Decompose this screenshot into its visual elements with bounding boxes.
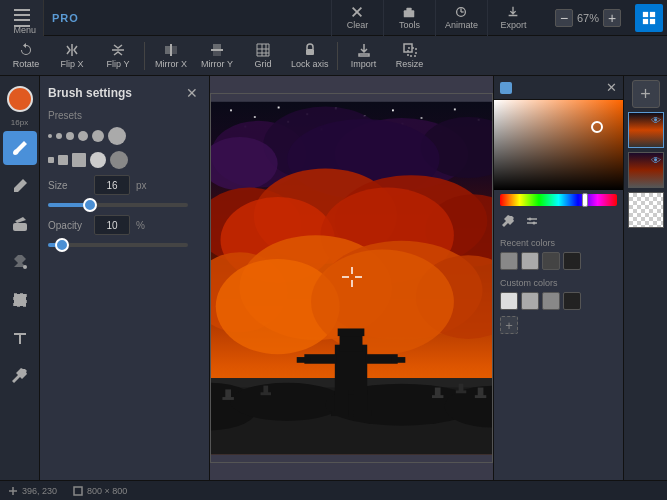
layer-2-thumb[interactable]: 👁 (628, 152, 664, 188)
size-unit: px (136, 180, 147, 191)
presets-row-2 (48, 151, 201, 169)
eyedropper-tool[interactable] (3, 359, 37, 393)
color-gradient-picker[interactable] (494, 100, 623, 190)
eye-icon-1: 👁 (651, 115, 661, 126)
svg-rect-66 (475, 395, 486, 398)
clear-button[interactable]: Clear (331, 0, 383, 36)
tools-button[interactable]: Tools (383, 0, 435, 36)
preset-sq-3[interactable] (72, 153, 86, 167)
menu-button[interactable]: Menu (0, 0, 44, 36)
preset-7[interactable] (90, 152, 106, 168)
import-button[interactable]: Import (342, 38, 386, 74)
toolbar: Rotate Flip X Flip Y Mirror X Mirror Y G… (0, 36, 667, 76)
left-sidebar: 16px (0, 76, 40, 480)
preset-2[interactable] (56, 133, 62, 139)
recent-color-4[interactable] (563, 252, 581, 270)
svg-rect-24 (392, 109, 394, 111)
layer-2-visibility[interactable]: 👁 (650, 154, 662, 166)
opacity-input[interactable] (94, 215, 130, 235)
add-layer-button[interactable]: + (632, 80, 660, 108)
select-tool[interactable] (3, 283, 37, 317)
resize-button[interactable]: Resize (388, 38, 432, 74)
recent-color-3[interactable] (542, 252, 560, 270)
eraser-tool[interactable] (3, 207, 37, 241)
svg-rect-60 (261, 392, 271, 395)
rotate-button[interactable]: Rotate (4, 38, 48, 74)
preset-6[interactable] (108, 127, 126, 145)
zoom-out-button[interactable]: − (555, 9, 573, 27)
sliders-color-icon[interactable] (524, 214, 540, 230)
hue-thumb[interactable] (582, 193, 588, 207)
grid-button[interactable]: Grid (241, 38, 285, 74)
preset-sq-2[interactable] (58, 155, 68, 165)
fill-tool[interactable] (3, 245, 37, 279)
color-picker-close[interactable]: ✕ (606, 80, 617, 95)
canvas-svg (211, 94, 492, 462)
preset-8[interactable] (110, 151, 128, 169)
windows-button[interactable] (635, 4, 663, 32)
animate-button[interactable]: Animate (435, 0, 487, 36)
preset-5[interactable] (92, 130, 104, 142)
size-label: 16px (11, 118, 28, 127)
flipy-button[interactable]: Flip Y (96, 38, 140, 74)
svg-point-85 (533, 222, 536, 225)
recent-color-2[interactable] (521, 252, 539, 270)
opacity-slider[interactable] (48, 243, 188, 247)
svg-rect-86 (74, 487, 82, 495)
separator-1 (144, 42, 145, 70)
mirrorx-button[interactable]: Mirror X (149, 38, 193, 74)
pixel-canvas[interactable] (210, 93, 493, 463)
layer-1-visibility[interactable]: 👁 (650, 114, 662, 126)
color-tools-row (494, 210, 623, 234)
zoom-in-button[interactable]: + (603, 9, 621, 27)
svg-rect-8 (650, 11, 655, 16)
svg-rect-26 (454, 108, 456, 110)
preset-3[interactable] (66, 132, 74, 140)
svg-rect-64 (456, 390, 466, 393)
preset-sq-1[interactable] (48, 157, 54, 163)
custom-color-3[interactable] (542, 292, 560, 310)
color-gradient-cursor[interactable] (591, 121, 603, 133)
svg-rect-20 (278, 107, 280, 109)
svg-rect-9 (643, 18, 648, 23)
eyedropper-color-icon[interactable] (500, 214, 516, 230)
pencil-tool[interactable] (3, 169, 37, 203)
svg-rect-25 (421, 117, 423, 119)
brush-panel-close[interactable]: ✕ (183, 84, 201, 102)
preset-1[interactable] (48, 134, 52, 138)
flipx-button[interactable]: Flip X (50, 38, 94, 74)
custom-color-4[interactable] (563, 292, 581, 310)
svg-rect-72 (297, 357, 310, 363)
size-label: Size (48, 180, 88, 191)
recent-color-1[interactable] (500, 252, 518, 270)
top-bar: Menu PRO Clear Tools Animate Export − 67… (0, 0, 667, 36)
size-input[interactable] (94, 175, 130, 195)
layer-1-thumb[interactable]: 👁 (628, 112, 664, 148)
mirrory-button[interactable]: Mirror Y (195, 38, 239, 74)
zoom-area: − 67% + (547, 9, 629, 27)
presets-label: Presets (48, 110, 201, 121)
opacity-slider-thumb[interactable] (55, 238, 69, 252)
add-custom-color-button[interactable]: + (500, 316, 518, 334)
text-tool[interactable] (3, 321, 37, 355)
svg-rect-7 (643, 11, 648, 16)
canvas-size-item: 800 × 800 (73, 486, 127, 496)
export-button[interactable]: Export (487, 0, 539, 36)
recent-colors-grid (494, 250, 623, 274)
lockaxis-button[interactable]: Lock axis (287, 38, 333, 74)
opacity-unit: % (136, 220, 145, 231)
custom-color-1[interactable] (500, 292, 518, 310)
color-swatch[interactable] (7, 86, 33, 112)
preset-4[interactable] (78, 131, 88, 141)
brush-panel: Brush settings ✕ Presets Size px (40, 76, 210, 480)
layer-3-thumb[interactable] (628, 192, 664, 228)
size-slider-thumb[interactable] (83, 198, 97, 212)
size-slider[interactable] (48, 203, 188, 207)
coordinates-icon (8, 486, 18, 496)
hue-bar[interactable] (500, 194, 617, 206)
canvas-area[interactable] (210, 76, 493, 480)
tools-label: Tools (399, 20, 420, 30)
brush-tool[interactable] (3, 131, 37, 165)
color-picker-drag[interactable] (500, 82, 512, 94)
custom-color-2[interactable] (521, 292, 539, 310)
